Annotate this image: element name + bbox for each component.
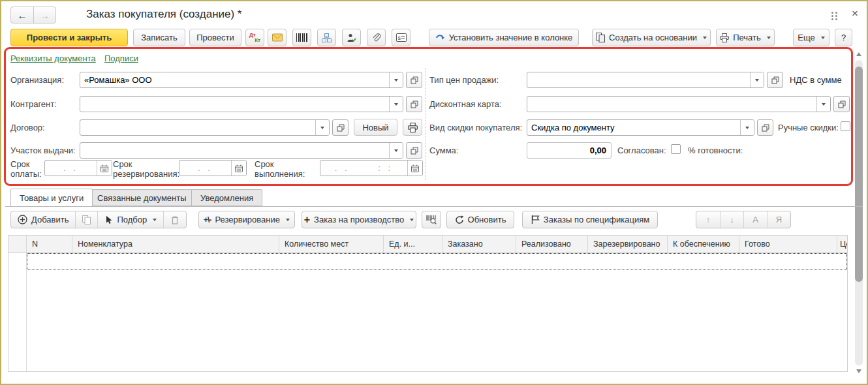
column-header-n[interactable]: N xyxy=(27,236,72,253)
create-based-on-button[interactable]: Создать на основании xyxy=(592,29,711,46)
dropdown-button[interactable] xyxy=(389,72,403,87)
tab-goods-services[interactable]: Товары и услуги xyxy=(10,189,93,207)
organization-input[interactable]: «Ромашка» ООО xyxy=(80,72,389,87)
dropdown-button[interactable] xyxy=(389,97,403,112)
vat-in-amount-label[interactable]: НДС в сумме xyxy=(790,75,842,85)
discount-kind-input[interactable]: Скидка по документу xyxy=(527,120,740,135)
open-button[interactable] xyxy=(767,72,783,88)
close-icon[interactable]: × xyxy=(852,8,858,19)
mail-button[interactable] xyxy=(268,29,287,46)
dropdown-button[interactable] xyxy=(740,120,754,135)
calendar-button[interactable] xyxy=(407,161,422,176)
help-label: ? xyxy=(841,33,846,42)
current-empty-row[interactable] xyxy=(27,253,847,270)
responsible-button[interactable] xyxy=(342,29,361,46)
set-column-value-button[interactable]: Установить значение в колонке xyxy=(429,29,579,46)
manual-discounts-checkbox[interactable] xyxy=(841,121,850,131)
fulfillment-term-time-input[interactable]: : : xyxy=(364,161,408,176)
contract-input[interactable] xyxy=(80,120,315,135)
open-button[interactable] xyxy=(757,119,773,136)
column-header-ordered[interactable]: Заказано xyxy=(442,236,516,253)
signatures-link[interactable]: Подписи xyxy=(104,54,138,63)
move-up-button[interactable]: ↑ xyxy=(696,211,720,228)
column-header-ready[interactable]: Готово xyxy=(739,236,837,253)
calendar-button[interactable] xyxy=(231,161,246,176)
invoice-button[interactable]: $ xyxy=(392,29,411,46)
payment-term-label2: оплаты: xyxy=(10,169,42,179)
tab-notifications[interactable]: Уведомления xyxy=(191,189,262,206)
print-button[interactable]: Печать xyxy=(716,29,775,46)
dtkt-button[interactable]: ДтКт xyxy=(245,29,264,46)
new-contract-label: Новый xyxy=(362,123,388,132)
structure-button[interactable] xyxy=(317,29,336,46)
column-header-marker[interactable] xyxy=(8,236,27,253)
column-header-reserved[interactable]: Зарезервировано xyxy=(588,236,668,253)
sort-asc-button[interactable]: А xyxy=(743,211,767,228)
open-button[interactable] xyxy=(406,142,422,159)
column-header-sold[interactable]: Реализовано xyxy=(516,236,588,253)
refresh-icon xyxy=(455,215,464,224)
column-header-nomenclature[interactable]: Номенклатура xyxy=(72,236,279,253)
pick-button[interactable]: Подбор xyxy=(97,211,163,228)
invoice-icon: $ xyxy=(396,33,407,42)
print-contract-button[interactable] xyxy=(403,119,422,136)
copy-row-button[interactable] xyxy=(75,211,97,228)
payment-term-input[interactable]: . . xyxy=(45,161,97,176)
column-header-places[interactable]: Количество мест xyxy=(279,236,384,253)
tab-related-documents[interactable]: Связанные документы xyxy=(88,189,196,206)
scroll-up-icon[interactable] xyxy=(856,52,861,56)
dropdown-button[interactable] xyxy=(816,97,830,112)
manual-discounts-label: Ручные скидки: xyxy=(778,123,839,132)
calendar-button[interactable] xyxy=(97,161,112,176)
caret-down-icon xyxy=(394,79,398,82)
document-requisites-link[interactable]: Реквизиты документа xyxy=(10,54,96,63)
dropdown-button[interactable] xyxy=(389,143,403,158)
counterparty-input[interactable] xyxy=(80,97,389,112)
column-header-to-provide[interactable]: К обеспечению xyxy=(668,236,739,253)
spec-orders-button[interactable]: Заказы по спецификациям xyxy=(522,211,658,228)
sort-desc-button[interactable]: Я xyxy=(767,211,790,228)
caret-down-icon xyxy=(394,103,398,106)
new-contract-button[interactable]: Новый xyxy=(354,119,397,136)
open-button[interactable] xyxy=(406,72,422,88)
barcode-scan-button[interactable] xyxy=(422,211,441,228)
attachments-button[interactable] xyxy=(367,29,386,46)
discount-card-input[interactable] xyxy=(527,97,816,112)
move-down-button[interactable]: ↓ xyxy=(720,211,743,228)
dropdown-button[interactable] xyxy=(750,72,764,87)
price-type-input[interactable] xyxy=(527,72,750,87)
issue-area-input[interactable] xyxy=(80,143,389,158)
scrollbar-thumb[interactable] xyxy=(855,67,863,282)
add-row-button[interactable]: Добавить xyxy=(11,211,75,228)
open-button[interactable] xyxy=(332,119,349,136)
open-button[interactable] xyxy=(833,96,850,112)
add-row-label: Добавить xyxy=(31,215,69,224)
scroll-down-icon[interactable] xyxy=(856,369,861,373)
post-button[interactable]: Провести xyxy=(189,29,241,46)
back-icon[interactable]: ← xyxy=(11,7,33,23)
approved-checkbox[interactable] xyxy=(671,144,681,154)
amount-field[interactable]: 0,00 xyxy=(527,142,612,159)
create-based-on-label: Создать на основании xyxy=(609,33,697,42)
dropdown-button[interactable] xyxy=(315,120,329,135)
column-header-price[interactable]: Це xyxy=(837,236,847,253)
open-button[interactable] xyxy=(406,96,422,112)
column-header-unit[interactable]: Ед. и... xyxy=(384,236,442,253)
forward-icon[interactable]: → xyxy=(33,7,55,23)
post-and-close-button[interactable]: Провести и закрыть xyxy=(10,29,128,46)
fulfillment-term-field: . . : : xyxy=(320,160,423,176)
reservation-term-input[interactable]: . . xyxy=(179,161,231,176)
write-button[interactable]: Записать xyxy=(133,29,185,46)
help-button[interactable]: ? xyxy=(835,29,852,46)
more-button[interactable]: Еще xyxy=(793,29,829,46)
production-order-button[interactable]: + Заказ на производство xyxy=(302,211,416,228)
reservation-button[interactable]: +\- Резервирование xyxy=(198,211,295,228)
refresh-button[interactable]: Обновить xyxy=(446,211,514,228)
discount-kind-field: Скидка по документу xyxy=(527,119,773,136)
fulfillment-term-date-input[interactable]: . . xyxy=(320,161,364,176)
more-menu-icon[interactable] xyxy=(831,12,837,20)
vertical-scrollbar[interactable] xyxy=(854,50,864,376)
barcode-search-icon xyxy=(426,215,437,224)
barcode-button[interactable] xyxy=(292,29,311,46)
delete-row-button[interactable] xyxy=(163,211,186,228)
